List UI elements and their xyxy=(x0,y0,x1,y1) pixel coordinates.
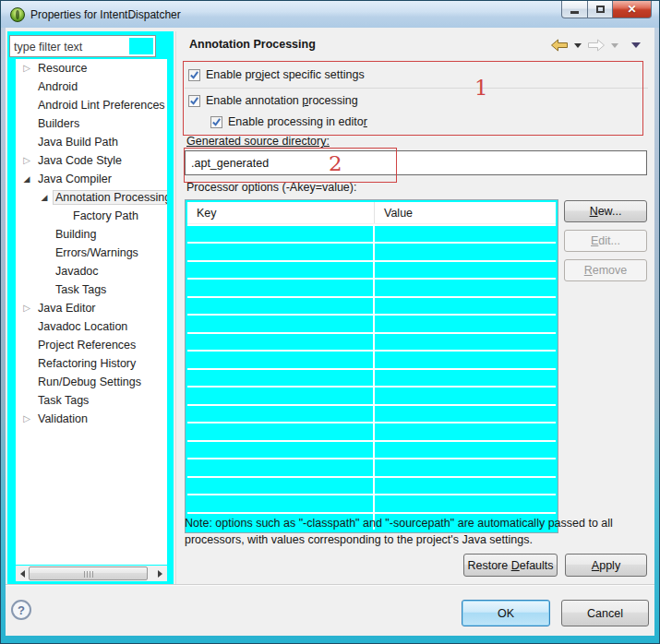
tree-item-refactoring-history[interactable]: Refactoring History xyxy=(16,354,167,373)
value-cell xyxy=(375,388,556,403)
tree-item-building[interactable]: Building xyxy=(16,225,167,244)
back-dropdown-icon[interactable] xyxy=(574,43,582,48)
sidebar-sash[interactable] xyxy=(175,31,176,584)
checkbox-annotation-processing[interactable]: Enable annotation processing xyxy=(188,94,358,107)
checkbox-checked-icon[interactable] xyxy=(188,95,200,107)
forward-arrow-icon[interactable] xyxy=(587,39,606,52)
edit-button[interactable]: Edit... xyxy=(564,230,647,252)
expand-arrow-icon[interactable]: ▷ xyxy=(20,410,33,428)
eclipse-app-icon xyxy=(10,7,25,22)
table-row[interactable] xyxy=(187,332,556,350)
table-row[interactable] xyxy=(187,440,556,458)
table-row[interactable] xyxy=(187,422,556,439)
table-row[interactable] xyxy=(187,476,556,494)
section-separator xyxy=(185,88,648,89)
tree-item-project-references[interactable]: Project References xyxy=(16,336,167,354)
value-cell xyxy=(375,423,556,439)
value-cell xyxy=(375,298,556,314)
maximize-button[interactable] xyxy=(588,1,613,18)
table-row[interactable] xyxy=(187,404,556,422)
tree-item-java-build-path[interactable]: Java Build Path xyxy=(16,133,167,151)
footer-separator xyxy=(6,584,654,585)
table-row[interactable] xyxy=(187,242,556,259)
column-header-value[interactable]: Value xyxy=(375,207,413,220)
expand-arrow-icon[interactable]: ▷ xyxy=(20,59,33,78)
table-row[interactable] xyxy=(187,278,556,295)
value-cell xyxy=(375,406,556,422)
preferences-tree[interactable]: ▷ResourceAndroidAndroid Lint Preferences… xyxy=(16,59,167,565)
checkbox-label: Enable project specific settings xyxy=(206,68,365,81)
checkbox-checked-icon[interactable] xyxy=(188,69,200,81)
tree-item-factory-path[interactable]: Factory Path xyxy=(16,207,167,225)
tree-item-annotation-processing[interactable]: ◢Annotation Processing xyxy=(16,188,167,207)
tree-item-builders[interactable]: Builders xyxy=(16,114,167,133)
processor-options-table[interactable]: Key Value xyxy=(185,199,558,533)
tree-item-resource[interactable]: ▷Resource xyxy=(16,59,167,78)
remove-button[interactable]: Remove xyxy=(564,259,647,281)
table-row[interactable] xyxy=(187,260,556,278)
minimize-button[interactable] xyxy=(561,1,588,18)
expand-arrow-icon[interactable]: ▷ xyxy=(20,151,33,170)
maximize-icon xyxy=(596,6,605,13)
close-button[interactable]: ✕ xyxy=(613,1,652,18)
ok-button[interactable]: OK xyxy=(462,600,550,626)
table-row[interactable] xyxy=(187,314,556,331)
cancel-button[interactable]: Cancel xyxy=(561,600,649,626)
checkbox-label: Enable annotation processing xyxy=(206,94,358,107)
view-menu-icon[interactable] xyxy=(631,42,641,48)
key-cell xyxy=(187,388,375,403)
expand-arrow-icon[interactable]: ▷ xyxy=(20,299,33,317)
tree-item-errors-warnings[interactable]: Errors/Warnings xyxy=(16,244,167,262)
scrollbar-thumb[interactable] xyxy=(29,566,148,580)
tree-item-label: Javadoc Location xyxy=(35,319,130,334)
tree-item-android-lint-preferences[interactable]: Android Lint Preferences xyxy=(16,96,167,114)
tree-item-javadoc[interactable]: Javadoc xyxy=(16,262,167,280)
tree-horizontal-scrollbar[interactable] xyxy=(16,566,167,581)
tree-item-java-editor[interactable]: ▷Java Editor xyxy=(16,299,167,317)
tree-item-validation[interactable]: ▷Validation xyxy=(16,410,167,428)
scroll-left-button[interactable] xyxy=(16,566,30,581)
help-button[interactable]: ? xyxy=(11,600,31,620)
value-cell xyxy=(375,352,556,367)
tree-item-run-debug-settings[interactable]: Run/Debug Settings xyxy=(16,373,167,391)
checkbox-processing-in-editor[interactable]: Enable processing in editor xyxy=(210,115,367,128)
expand-arrow-icon[interactable]: ◢ xyxy=(38,188,51,207)
restore-defaults-button[interactable]: Restore Defaults xyxy=(463,554,558,577)
tree-item-java-compiler[interactable]: ◢Java Compiler xyxy=(16,170,167,188)
key-cell xyxy=(187,442,375,458)
key-cell xyxy=(187,423,375,439)
table-row[interactable] xyxy=(187,296,556,314)
back-arrow-icon[interactable] xyxy=(550,39,569,52)
table-row[interactable] xyxy=(187,224,556,242)
checkbox-checked-icon[interactable] xyxy=(210,116,222,128)
key-cell xyxy=(187,226,375,242)
key-cell xyxy=(187,406,375,422)
filter-input[interactable] xyxy=(12,38,134,56)
table-row[interactable] xyxy=(187,494,556,511)
table-row[interactable] xyxy=(187,350,556,367)
tree-item-task-tags[interactable]: Task Tags xyxy=(16,280,167,299)
tree-item-android[interactable]: Android xyxy=(16,78,167,96)
table-row[interactable] xyxy=(187,368,556,386)
tree-item-java-code-style[interactable]: ▷Java Code Style xyxy=(16,151,167,170)
column-header-key[interactable]: Key xyxy=(187,202,375,223)
tree-item-label: Java Code Style xyxy=(35,153,125,168)
generated-source-field[interactable]: .apt_generated xyxy=(185,150,647,175)
forward-dropdown-icon[interactable] xyxy=(611,43,618,48)
apply-button[interactable]: Apply xyxy=(565,554,647,577)
new-button[interactable]: New... xyxy=(564,200,647,222)
filter-field[interactable] xyxy=(9,35,156,57)
value-cell xyxy=(375,316,556,331)
filter-clear-area[interactable] xyxy=(129,38,153,54)
checkbox-project-specific[interactable]: Enable project specific settings xyxy=(188,68,365,81)
value-cell xyxy=(375,262,556,278)
key-cell xyxy=(187,316,375,331)
table-row[interactable] xyxy=(187,458,556,475)
tree-item-task-tags[interactable]: Task Tags xyxy=(16,391,167,410)
tree-item-javadoc-location[interactable]: Javadoc Location xyxy=(16,317,167,336)
table-header[interactable]: Key Value xyxy=(187,202,556,224)
scroll-right-button[interactable] xyxy=(153,566,167,581)
tree-item-label: Errors/Warnings xyxy=(53,245,141,260)
table-row[interactable] xyxy=(187,386,556,403)
expand-arrow-icon[interactable]: ◢ xyxy=(20,170,33,188)
